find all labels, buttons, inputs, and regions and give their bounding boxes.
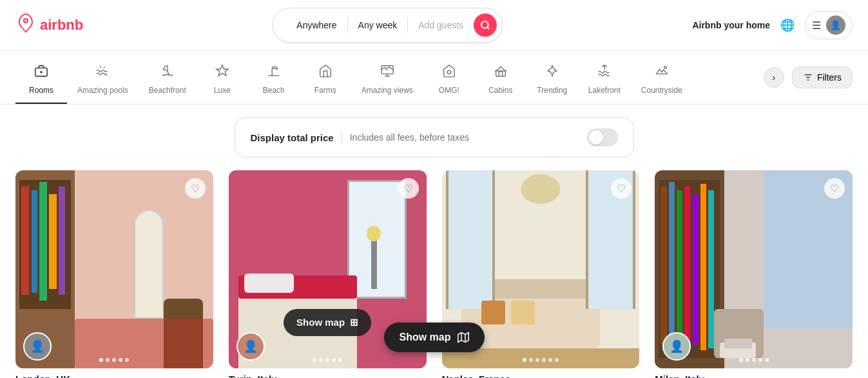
dot	[739, 358, 743, 362]
category-amazing-views[interactable]: Amazing views	[351, 59, 423, 104]
airbnb-home-link[interactable]: Airbnb your home	[692, 20, 770, 30]
farms-icon	[318, 64, 333, 82]
show-map-text: Show map	[296, 317, 345, 328]
svg-point-9	[447, 70, 451, 74]
logo-text: airbnb	[40, 17, 83, 34]
listing-location-1: London, UK	[15, 373, 213, 378]
dot	[112, 358, 116, 362]
category-lakefront[interactable]: Lakefront	[578, 59, 631, 104]
listing-card-1[interactable]: ♡ 👤 London, UK ★ 4.98 £109 / night	[15, 170, 213, 378]
amazing-views-icon	[380, 64, 394, 82]
listing-image-4: ♡ 👤	[655, 170, 853, 368]
svg-rect-6	[381, 66, 393, 74]
svg-line-1	[487, 27, 489, 29]
header-right: Airbnb your home 🌐 ☰ 👤	[692, 11, 853, 39]
category-omg[interactable]: OMG!	[423, 59, 475, 104]
category-next-arrow[interactable]: ›	[764, 67, 784, 88]
logo[interactable]: airbnb	[15, 13, 83, 38]
dot	[523, 358, 526, 362]
airbnb-logo-icon	[15, 13, 36, 38]
listing-card-4[interactable]: ♡ 👤 Milan, Italy ★ 5.0 €120 / night	[655, 170, 853, 378]
host-avatar-4: 👤	[662, 332, 691, 361]
search-button[interactable]	[474, 14, 497, 37]
dot	[332, 358, 336, 362]
category-trending-label: Trending	[537, 86, 567, 95]
wishlist-btn-3[interactable]: ♡	[611, 178, 632, 199]
category-luxe[interactable]: Luxe	[197, 59, 248, 104]
category-farms-label: Farms	[314, 86, 336, 95]
language-globe-icon[interactable]: 🌐	[780, 18, 795, 32]
category-beachfront-label: Beachfront	[149, 86, 186, 95]
dot	[746, 358, 749, 362]
host-avatar-2: 👤	[236, 332, 265, 361]
search-anywhere[interactable]: Anywhere	[286, 20, 347, 30]
lakefront-icon	[597, 64, 612, 82]
show-map-overlay[interactable]: Show map ⊞	[284, 309, 371, 336]
search-any-week[interactable]: Any week	[348, 20, 408, 30]
svg-point-0	[481, 21, 488, 28]
filters-label: Filters	[817, 72, 842, 83]
dot	[752, 358, 756, 362]
svg-marker-14	[458, 333, 468, 343]
search-bar[interactable]: Anywhere Any week Add guests	[273, 8, 503, 43]
filters-button[interactable]: Filters	[792, 66, 853, 88]
listing-dots-4	[739, 358, 769, 362]
category-rooms[interactable]: Rooms	[15, 59, 67, 104]
category-farms[interactable]: Farms	[300, 59, 351, 104]
price-banner-left: Display total price Includes all fees, b…	[251, 131, 469, 144]
listing-info-3: Naples, France ★ 4.87 €75 / night	[442, 368, 640, 378]
dot	[548, 358, 552, 362]
svg-line-5	[168, 72, 169, 75]
category-luxe-label: Luxe	[214, 86, 231, 95]
listing-location-3: Naples, France	[442, 373, 640, 378]
wishlist-btn-4[interactable]: ♡	[824, 178, 845, 199]
category-amazing-views-label: Amazing views	[362, 86, 413, 95]
dot	[542, 358, 546, 362]
category-amazing-pools-label: Amazing pools	[77, 86, 128, 95]
trending-icon	[545, 64, 559, 82]
dot	[765, 358, 769, 362]
price-divider	[342, 131, 342, 144]
dot	[555, 358, 559, 362]
category-amazing-pools[interactable]: Amazing pools	[67, 59, 139, 104]
category-cabins-label: Cabins	[488, 86, 512, 95]
category-beach[interactable]: Beach	[248, 59, 300, 104]
listing-info-1: London, UK ★ 4.98 £109 / night	[15, 368, 213, 378]
dot	[319, 358, 323, 362]
dot	[119, 358, 122, 362]
wishlist-btn-2[interactable]: ♡	[398, 178, 419, 199]
listing-info-2: Turin, Italy ★ 4.97 €85 / night	[229, 368, 427, 378]
price-banner-title: Display total price	[251, 132, 334, 143]
category-countryside-label: Countryside	[641, 86, 682, 95]
amazing-pools-icon	[95, 64, 110, 82]
omg-icon	[442, 64, 456, 82]
category-beachfront[interactable]: Beachfront	[139, 59, 197, 104]
beach-icon	[267, 64, 281, 82]
category-beach-label: Beach	[263, 86, 285, 95]
dot	[338, 358, 342, 362]
category-omg-label: OMG!	[439, 86, 459, 95]
dot	[758, 358, 762, 362]
listing-location-2: Turin, Italy	[229, 373, 427, 378]
dot	[529, 358, 533, 362]
price-toggle[interactable]	[587, 128, 618, 146]
svg-point-10	[664, 66, 667, 69]
dot	[99, 358, 103, 362]
dot	[535, 358, 539, 362]
listing-dots-3	[523, 358, 559, 362]
countryside-icon	[655, 64, 669, 82]
category-trending[interactable]: Trending	[526, 59, 578, 104]
show-map-button[interactable]: Show map	[383, 323, 484, 352]
listing-image-1: ♡ 👤	[15, 170, 213, 368]
host-avatar-1: 👤	[23, 332, 52, 361]
category-countryside[interactable]: Countryside	[631, 59, 693, 104]
listing-location-4: Milan, Italy	[655, 373, 853, 378]
cabins-icon	[494, 64, 508, 82]
beachfront-icon	[160, 64, 175, 82]
price-banner: Display total price Includes all fees, b…	[235, 117, 634, 157]
wishlist-btn-1[interactable]: ♡	[185, 178, 206, 199]
category-cabins[interactable]: Cabins	[475, 59, 526, 104]
user-menu[interactable]: ☰ 👤	[805, 11, 853, 39]
user-avatar: 👤	[826, 15, 845, 35]
search-guests[interactable]: Add guests	[408, 20, 474, 30]
